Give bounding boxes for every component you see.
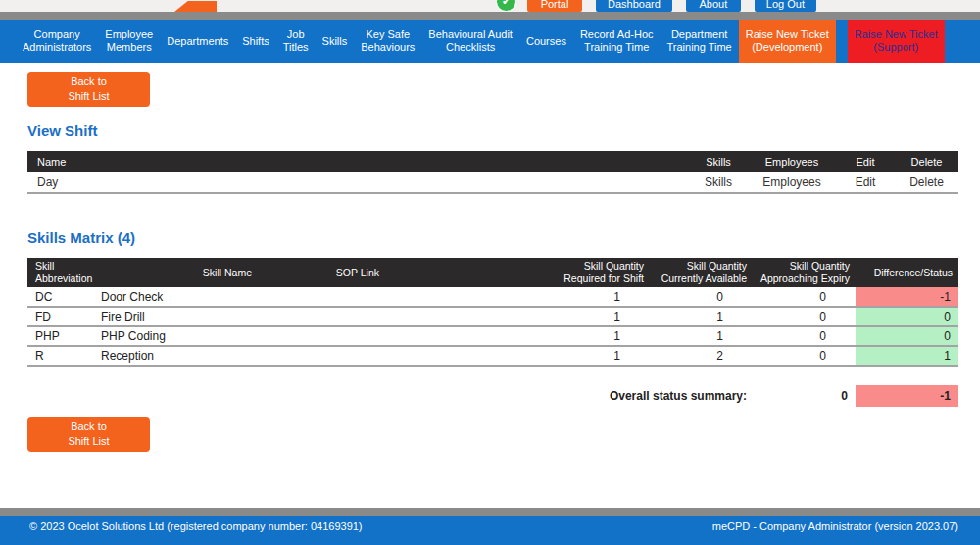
nav-item-employee-members[interactable]: Employee Members xyxy=(98,20,160,63)
required-quantity: 1 xyxy=(385,287,650,307)
nav-item-record-ad-hoc-training-time[interactable]: Record Ad-Hoc Training Time xyxy=(573,20,661,63)
required-quantity: 1 xyxy=(385,307,650,326)
shift-row: Day Skills Employees Edit Delete xyxy=(27,172,958,193)
expiring-quantity: 0 xyxy=(753,307,856,326)
footer-divider-bar xyxy=(0,508,980,516)
available-quantity: 2 xyxy=(650,346,753,366)
footer-app-version: meCPD - Company Administrator (version 2… xyxy=(712,520,958,532)
employees-link[interactable]: Employees xyxy=(748,172,836,193)
nav-item-skills[interactable]: Skills xyxy=(316,20,355,63)
back-to-shift-list-button-top[interactable]: Back to Shift List xyxy=(27,72,150,107)
page-content: Back to Shift List View Shift Name Skill… xyxy=(0,72,980,452)
skills-matrix-column-header: Skill Name xyxy=(101,258,258,287)
nav-item-shifts[interactable]: Shifts xyxy=(235,20,276,63)
nav-item-courses[interactable]: Courses xyxy=(519,20,573,63)
view-shift-header-row: Name Skills Employees Edit Delete xyxy=(27,151,958,172)
status-value: 0 xyxy=(856,307,958,326)
view-shift-title: View Shift xyxy=(27,123,958,139)
skills-matrix-row: RReception1201 xyxy=(27,346,958,366)
skill-name: PHP Coding xyxy=(101,326,258,346)
back-to-shift-list-button-bottom[interactable]: Back to Shift List xyxy=(27,417,150,452)
skills-matrix-column-header: Difference/Status xyxy=(856,258,958,287)
column-header-edit: Edit xyxy=(836,151,895,172)
nav-item-job-titles[interactable]: Job Titles xyxy=(276,20,316,63)
skills-matrix-column-header: Skill Abbreviation xyxy=(27,258,101,287)
about-button[interactable]: About xyxy=(686,0,741,12)
skill-name: Reception xyxy=(101,346,258,366)
status-value: 1 xyxy=(856,346,958,366)
skills-matrix-table: Skill AbbreviationSkill NameSOP LinkSkil… xyxy=(27,258,958,407)
footer-copyright: © 2023 Ocelot Solutions Ltd (registered … xyxy=(29,520,363,532)
footer-bar: © 2023 Ocelot Solutions Ltd (registered … xyxy=(0,516,980,545)
expiring-quantity: 0 xyxy=(753,287,856,307)
summary-label: Overall status summary: xyxy=(27,385,753,407)
skills-matrix-header-row: Skill AbbreviationSkill NameSOP LinkSkil… xyxy=(27,258,958,287)
sop-link xyxy=(258,307,385,326)
view-shift-table: Name Skills Employees Edit Delete Day Sk… xyxy=(27,151,958,194)
skill-abbreviation: FD xyxy=(27,307,101,326)
skill-name: Door Check xyxy=(101,287,258,307)
footer: © 2023 Ocelot Solutions Ltd (registered … xyxy=(0,508,980,545)
nav-item-behavioural-audit-checklists[interactable]: Behavioural Audit Checklists xyxy=(421,20,519,63)
skills-matrix-title: Skills Matrix (4) xyxy=(27,229,958,246)
shift-name: Day xyxy=(27,172,689,193)
skills-matrix-column-header: SOP Link xyxy=(258,258,385,287)
top-strip: ✔ PortalDashboardAboutLog Out xyxy=(0,0,980,12)
summary-value: 0 xyxy=(753,385,856,407)
nav-item-key-safe-behaviours[interactable]: Key Safe Behaviours xyxy=(354,20,421,63)
skills-matrix-column-header: Skill Quantity Approaching Expiry xyxy=(753,258,856,287)
column-header-skills: Skills xyxy=(689,151,748,172)
edit-link[interactable]: Edit xyxy=(836,172,895,193)
column-header-delete: Delete xyxy=(895,151,958,172)
expiring-quantity: 0 xyxy=(753,326,856,346)
nav-item-raise-new-ticket-development[interactable]: Raise New Ticket (Development) xyxy=(739,20,836,63)
status-value: -1 xyxy=(856,287,958,307)
skill-abbreviation: PHP xyxy=(27,326,101,346)
nav-item-company-administrators[interactable]: Company Administrators xyxy=(16,20,98,63)
nav-item-departments[interactable]: Departments xyxy=(160,20,235,63)
available-quantity: 0 xyxy=(650,287,753,307)
summary-status-value: -1 xyxy=(856,385,958,407)
required-quantity: 1 xyxy=(385,326,650,346)
available-quantity: 1 xyxy=(650,307,753,326)
skill-abbreviation: R xyxy=(27,346,101,366)
skills-matrix-row: FDFire Drill1100 xyxy=(27,307,958,326)
nav-item-department-training-time[interactable]: Department Training Time xyxy=(661,20,739,63)
skills-matrix-row: DCDoor Check100-1 xyxy=(27,287,958,307)
skills-matrix-column-header: Skill Quantity Currently Available xyxy=(650,258,753,287)
app-logo xyxy=(174,1,217,12)
available-quantity: 1 xyxy=(650,326,753,346)
main-nav: Company AdministratorsEmployee MembersDe… xyxy=(0,20,980,63)
dashboard-button[interactable]: Dashboard xyxy=(596,0,672,12)
status-value: 0 xyxy=(856,326,958,346)
header-divider-bar xyxy=(0,12,980,20)
skills-matrix-column-header: Skill Quantity Required for Shift xyxy=(385,258,650,287)
sop-link xyxy=(258,346,385,366)
skills-matrix-row: PHPPHP Coding1100 xyxy=(27,326,958,346)
skill-name: Fire Drill xyxy=(101,307,258,326)
required-quantity: 1 xyxy=(385,346,650,366)
skills-matrix-body: DCDoor Check100-1FDFire Drill1100PHPPHP … xyxy=(27,287,958,366)
skill-abbreviation: DC xyxy=(27,287,101,307)
check-circle-icon: ✔ xyxy=(496,0,516,12)
delete-link[interactable]: Delete xyxy=(895,172,958,193)
expiring-quantity: 0 xyxy=(753,346,856,366)
column-header-name: Name xyxy=(27,151,689,172)
skills-link[interactable]: Skills xyxy=(689,172,748,193)
summary-row: Overall status summary: 0 -1 xyxy=(27,385,958,407)
nav-item-raise-new-ticket-support[interactable]: Raise New Ticket (Support) xyxy=(848,20,945,63)
column-header-employees: Employees xyxy=(748,151,836,172)
portal-button[interactable]: Portal xyxy=(527,0,582,12)
log-out-button[interactable]: Log Out xyxy=(755,0,816,12)
spacer-row xyxy=(27,366,958,385)
sop-link xyxy=(258,326,385,346)
topbar-buttons: PortalDashboardAboutLog Out xyxy=(527,0,816,12)
sop-link xyxy=(258,287,385,307)
